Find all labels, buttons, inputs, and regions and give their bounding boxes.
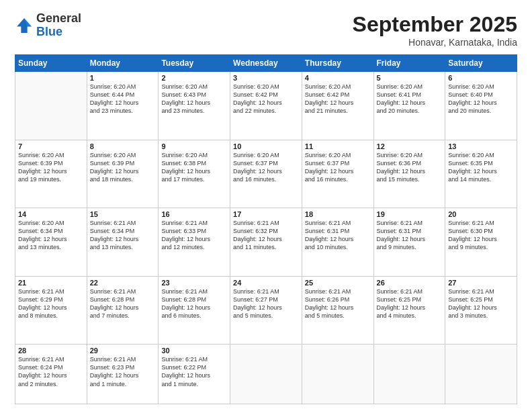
day-info: Sunrise: 6:21 AM Sunset: 6:22 PM Dayligh… [161,355,227,388]
calendar-cell: 25Sunrise: 6:21 AM Sunset: 6:26 PM Dayli… [302,276,373,345]
day-number: 24 [233,279,299,287]
day-info: Sunrise: 6:21 AM Sunset: 6:33 PM Dayligh… [161,219,227,252]
calendar-cell [15,72,87,140]
calendar-cell: 20Sunrise: 6:21 AM Sunset: 6:30 PM Dayli… [445,208,517,277]
calendar-cell: 3Sunrise: 6:20 AM Sunset: 6:42 PM Daylig… [230,72,302,140]
day-info: Sunrise: 6:21 AM Sunset: 6:27 PM Dayligh… [233,287,299,320]
calendar-cell: 15Sunrise: 6:21 AM Sunset: 6:34 PM Dayli… [87,208,159,277]
day-info: Sunrise: 6:21 AM Sunset: 6:28 PM Dayligh… [161,287,227,320]
day-number: 19 [377,210,443,218]
calendar-week-row: 7Sunrise: 6:20 AM Sunset: 6:39 PM Daylig… [15,140,517,208]
day-number: 20 [448,210,514,218]
day-info: Sunrise: 6:20 AM Sunset: 6:36 PM Dayligh… [377,151,443,184]
calendar-cell: 26Sunrise: 6:21 AM Sunset: 6:25 PM Dayli… [373,276,445,345]
calendar-cell: 8Sunrise: 6:20 AM Sunset: 6:39 PM Daylig… [87,140,159,208]
col-tuesday: Tuesday [159,55,230,72]
day-info: Sunrise: 6:20 AM Sunset: 6:38 PM Dayligh… [161,151,227,184]
day-info: Sunrise: 6:21 AM Sunset: 6:31 PM Dayligh… [305,219,371,252]
calendar-cell: 6Sunrise: 6:20 AM Sunset: 6:40 PM Daylig… [445,72,517,140]
calendar-cell [230,345,302,404]
day-info: Sunrise: 6:21 AM Sunset: 6:26 PM Dayligh… [305,287,371,320]
calendar-table: Sunday Monday Tuesday Wednesday Thursday… [15,54,517,404]
day-number: 27 [448,279,514,287]
day-info: Sunrise: 6:21 AM Sunset: 6:25 PM Dayligh… [448,287,514,320]
calendar-cell: 11Sunrise: 6:20 AM Sunset: 6:37 PM Dayli… [302,140,373,208]
calendar-cell: 1Sunrise: 6:20 AM Sunset: 6:44 PM Daylig… [87,72,159,140]
day-number: 4 [305,74,371,82]
logo-icon [15,16,34,35]
day-info: Sunrise: 6:20 AM Sunset: 6:37 PM Dayligh… [233,151,299,184]
day-number: 21 [18,279,84,287]
day-number: 14 [18,210,84,218]
location-subtitle: Honavar, Karnataka, India [353,37,517,48]
day-info: Sunrise: 6:21 AM Sunset: 6:25 PM Dayligh… [377,287,443,320]
calendar-cell: 28Sunrise: 6:21 AM Sunset: 6:24 PM Dayli… [15,345,87,404]
calendar-cell: 21Sunrise: 6:21 AM Sunset: 6:29 PM Dayli… [15,276,87,345]
calendar-cell: 17Sunrise: 6:21 AM Sunset: 6:32 PM Dayli… [230,208,302,277]
calendar-cell: 10Sunrise: 6:20 AM Sunset: 6:37 PM Dayli… [230,140,302,208]
day-info: Sunrise: 6:20 AM Sunset: 6:41 PM Dayligh… [377,83,443,116]
calendar-cell: 22Sunrise: 6:21 AM Sunset: 6:28 PM Dayli… [87,276,159,345]
day-number: 25 [305,279,371,287]
day-info: Sunrise: 6:20 AM Sunset: 6:39 PM Dayligh… [18,151,84,184]
day-number: 22 [90,279,156,287]
col-monday: Monday [87,55,159,72]
page: General Blue September 2025 Honavar, Kar… [0,0,532,411]
day-number: 18 [305,210,371,218]
day-number: 28 [18,347,84,355]
day-number: 16 [161,210,227,218]
day-number: 5 [377,74,443,82]
col-saturday: Saturday [445,55,517,72]
calendar-cell: 4Sunrise: 6:20 AM Sunset: 6:42 PM Daylig… [302,72,373,140]
day-number: 1 [90,74,156,82]
calendar-cell [302,345,373,404]
day-info: Sunrise: 6:20 AM Sunset: 6:42 PM Dayligh… [305,83,371,116]
day-number: 9 [161,142,227,150]
day-info: Sunrise: 6:21 AM Sunset: 6:30 PM Dayligh… [448,219,514,252]
calendar-cell: 16Sunrise: 6:21 AM Sunset: 6:33 PM Dayli… [159,208,230,277]
day-info: Sunrise: 6:21 AM Sunset: 6:23 PM Dayligh… [90,355,156,388]
day-number: 15 [90,210,156,218]
day-number: 17 [233,210,299,218]
day-number: 2 [161,74,227,82]
calendar-cell: 9Sunrise: 6:20 AM Sunset: 6:38 PM Daylig… [159,140,230,208]
calendar-cell: 5Sunrise: 6:20 AM Sunset: 6:41 PM Daylig… [373,72,445,140]
calendar-cell: 30Sunrise: 6:21 AM Sunset: 6:22 PM Dayli… [159,345,230,404]
day-number: 13 [448,142,514,150]
header: General Blue September 2025 Honavar, Kar… [15,12,517,48]
day-info: Sunrise: 6:20 AM Sunset: 6:35 PM Dayligh… [448,151,514,184]
col-wednesday: Wednesday [230,55,302,72]
day-info: Sunrise: 6:21 AM Sunset: 6:29 PM Dayligh… [18,287,84,320]
logo-general: General [36,11,81,25]
day-info: Sunrise: 6:20 AM Sunset: 6:34 PM Dayligh… [18,219,84,252]
month-year-title: September 2025 [353,12,517,37]
day-number: 7 [18,142,84,150]
day-info: Sunrise: 6:20 AM Sunset: 6:43 PM Dayligh… [161,83,227,116]
calendar-cell [445,345,517,404]
calendar-cell: 2Sunrise: 6:20 AM Sunset: 6:43 PM Daylig… [159,72,230,140]
calendar-cell [373,345,445,404]
day-info: Sunrise: 6:21 AM Sunset: 6:28 PM Dayligh… [90,287,156,320]
day-number: 8 [90,142,156,150]
calendar-body: 1Sunrise: 6:20 AM Sunset: 6:44 PM Daylig… [15,72,517,404]
logo-text: General Blue [36,12,81,39]
calendar-cell: 13Sunrise: 6:20 AM Sunset: 6:35 PM Dayli… [445,140,517,208]
day-info: Sunrise: 6:20 AM Sunset: 6:42 PM Dayligh… [233,83,299,116]
title-block: September 2025 Honavar, Karnataka, India [353,12,517,48]
day-number: 10 [233,142,299,150]
calendar-week-row: 14Sunrise: 6:20 AM Sunset: 6:34 PM Dayli… [15,208,517,277]
day-info: Sunrise: 6:21 AM Sunset: 6:32 PM Dayligh… [233,219,299,252]
calendar-week-row: 28Sunrise: 6:21 AM Sunset: 6:24 PM Dayli… [15,345,517,404]
calendar-cell: 29Sunrise: 6:21 AM Sunset: 6:23 PM Dayli… [87,345,159,404]
col-friday: Friday [373,55,445,72]
day-number: 12 [377,142,443,150]
calendar-cell: 19Sunrise: 6:21 AM Sunset: 6:31 PM Dayli… [373,208,445,277]
calendar-cell: 14Sunrise: 6:20 AM Sunset: 6:34 PM Dayli… [15,208,87,277]
day-number: 6 [448,74,514,82]
day-info: Sunrise: 6:20 AM Sunset: 6:40 PM Dayligh… [448,83,514,116]
day-info: Sunrise: 6:21 AM Sunset: 6:34 PM Dayligh… [90,219,156,252]
day-number: 29 [90,347,156,355]
calendar-cell: 24Sunrise: 6:21 AM Sunset: 6:27 PM Dayli… [230,276,302,345]
day-info: Sunrise: 6:20 AM Sunset: 6:39 PM Dayligh… [90,151,156,184]
logo: General Blue [15,12,81,39]
